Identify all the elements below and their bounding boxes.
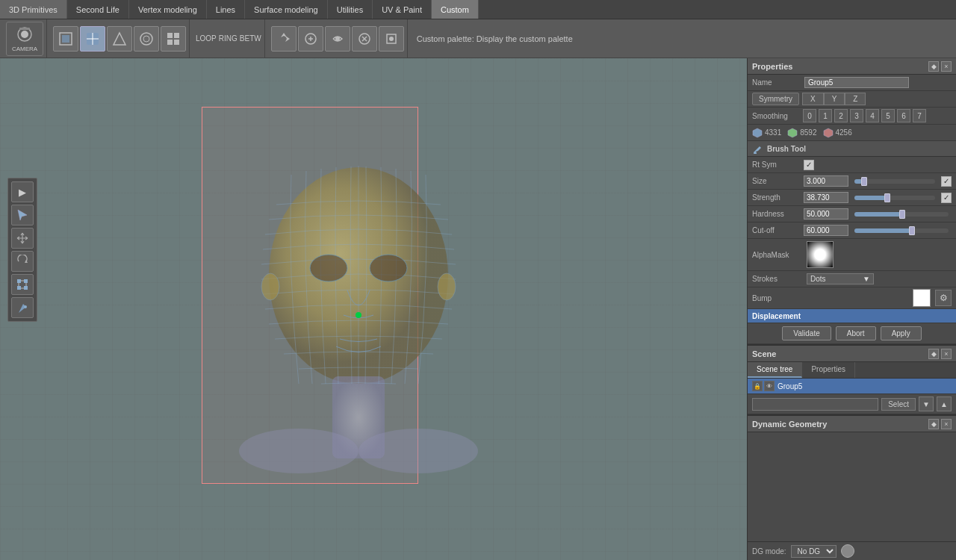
size-lock[interactable] — [941, 176, 952, 187]
alphamask-preview[interactable] — [807, 241, 834, 268]
scene-pin-btn[interactable]: ◆ — [928, 349, 939, 359]
dg-header: Dynamic Geometry ◆ × — [748, 416, 956, 432]
size-input[interactable] — [804, 175, 848, 187]
menu-surface-modeling[interactable]: Surface modeling — [245, 0, 328, 19]
dg-pin-btn[interactable]: ◆ — [928, 419, 939, 429]
float-btn-select[interactable] — [11, 205, 34, 225]
properties-pin-btn[interactable]: ◆ — [928, 61, 939, 72]
tab-scene-tree[interactable]: Scene tree — [748, 362, 802, 378]
smooth-1[interactable]: 1 — [819, 109, 832, 122]
hardness-slider[interactable] — [854, 212, 949, 217]
nav-btn-2[interactable] — [298, 26, 323, 52]
nav-btn-4[interactable] — [352, 26, 377, 52]
nav-btn-1[interactable] — [271, 26, 297, 52]
cutoff-input[interactable] — [804, 225, 848, 236]
main-layout: ▶ Properties ◆ — [0, 58, 956, 560]
axis-y-button[interactable]: Y — [824, 93, 845, 105]
svg-rect-38 — [17, 286, 21, 290]
scene-eye-icon[interactable]: 👁 — [764, 381, 775, 391]
nav-btn-5[interactable] — [379, 26, 404, 52]
smoothing-label: Smoothing — [752, 112, 801, 120]
displacement-row[interactable]: Displacement — [748, 309, 956, 323]
stat-value-3: 4256 — [836, 128, 852, 137]
toolbar: CAMERA LOOP RING BETW — [0, 19, 956, 58]
menu-utilities[interactable]: Utilities — [328, 0, 373, 19]
svg-point-9 — [140, 33, 152, 45]
dg-header-buttons: ◆ × — [928, 419, 952, 429]
view-btn-2[interactable] — [80, 26, 105, 52]
search-input[interactable] — [752, 398, 878, 411]
float-btn-paint[interactable] — [11, 297, 34, 318]
float-btn-scale[interactable] — [11, 274, 34, 295]
apply-button[interactable]: Apply — [881, 326, 922, 340]
nav-btn-3[interactable] — [325, 26, 350, 52]
smooth-5[interactable]: 5 — [881, 109, 895, 122]
menu-3d-primitives[interactable]: 3D Primitives — [0, 0, 67, 19]
camera-label: CAMERA — [12, 46, 37, 52]
float-btn-rotate[interactable] — [11, 251, 34, 272]
menu-lines[interactable]: Lines — [207, 0, 245, 19]
menu-second-life[interactable]: Second Life — [67, 0, 129, 19]
camera-button[interactable]: CAMERA — [6, 22, 43, 56]
svg-point-16 — [335, 37, 340, 41]
size-row: Size — [748, 173, 956, 190]
view-tools-group — [50, 19, 190, 57]
select-button[interactable]: Select — [881, 398, 916, 411]
properties-header-buttons: ◆ × — [928, 61, 952, 72]
hardness-row: Hardness — [748, 206, 956, 223]
axis-z-button[interactable]: Z — [845, 93, 866, 105]
svg-marker-42 — [788, 128, 797, 137]
scene-down-btn[interactable]: ▼ — [919, 396, 934, 411]
validate-button[interactable]: Validate — [782, 326, 831, 340]
strength-input[interactable] — [804, 192, 848, 203]
camera-group: CAMERA — [3, 19, 47, 57]
tab-properties[interactable]: Properties — [802, 362, 855, 378]
symmetry-button[interactable]: Symmetry — [752, 93, 799, 105]
rt-sym-checkbox[interactable] — [804, 160, 814, 170]
menu-vertex-modeling[interactable]: Vertex modeling — [129, 0, 207, 19]
float-btn-move[interactable] — [11, 228, 34, 249]
strength-row: Strength — [748, 190, 956, 206]
svg-rect-12 — [174, 33, 179, 38]
properties-close-btn[interactable]: × — [941, 61, 952, 72]
view-btn-1[interactable] — [53, 26, 78, 52]
stat-item-2: 8592 — [787, 128, 816, 138]
strokes-dropdown[interactable]: Dots ▼ — [807, 273, 874, 284]
viewport[interactable]: ▶ — [0, 58, 747, 560]
abort-button[interactable]: Abort — [836, 326, 876, 340]
strength-lock[interactable] — [941, 193, 952, 203]
vertex-icon — [823, 128, 834, 138]
view-btn-5[interactable] — [161, 26, 186, 52]
svg-point-10 — [143, 36, 149, 42]
dg-footer: DG mode: No DG — [748, 541, 956, 560]
menu-uv-paint[interactable]: UV & Paint — [373, 0, 432, 19]
float-btn-arrow[interactable]: ▶ — [11, 181, 34, 202]
scene-header-buttons: ◆ × — [928, 349, 952, 359]
smooth-6[interactable]: 6 — [897, 109, 910, 122]
dg-mode-select[interactable]: No DG — [791, 545, 836, 558]
hardness-input[interactable] — [804, 208, 848, 220]
bump-icon-btn[interactable]: ⚙ — [935, 290, 952, 306]
svg-marker-43 — [824, 128, 833, 137]
cutoff-slider[interactable] — [854, 228, 949, 233]
smooth-4[interactable]: 4 — [866, 109, 879, 122]
scene-up-btn[interactable]: ▲ — [937, 396, 952, 411]
bump-color-swatch[interactable] — [913, 289, 931, 307]
smooth-0[interactable]: 0 — [803, 109, 816, 122]
axis-x-button[interactable]: X — [802, 93, 824, 105]
scene-close-btn[interactable]: × — [941, 349, 952, 359]
strength-slider[interactable] — [854, 196, 935, 200]
scene-item-group5[interactable]: 🔒 👁 Group5 — [748, 379, 956, 394]
dg-circle-indicator — [841, 544, 854, 558]
smooth-2[interactable]: 2 — [834, 109, 848, 122]
view-btn-4[interactable] — [134, 26, 159, 52]
dg-close-btn[interactable]: × — [941, 419, 952, 429]
view-btn-3[interactable] — [107, 26, 132, 52]
size-slider[interactable] — [854, 179, 935, 184]
smooth-3[interactable]: 3 — [850, 109, 863, 122]
scene-lock-icon[interactable]: 🔒 — [752, 381, 763, 391]
smooth-7[interactable]: 7 — [913, 109, 926, 122]
scene-item-icons: 🔒 👁 — [752, 381, 775, 391]
name-input[interactable] — [804, 77, 909, 88]
menu-custom[interactable]: Custom — [432, 0, 479, 19]
